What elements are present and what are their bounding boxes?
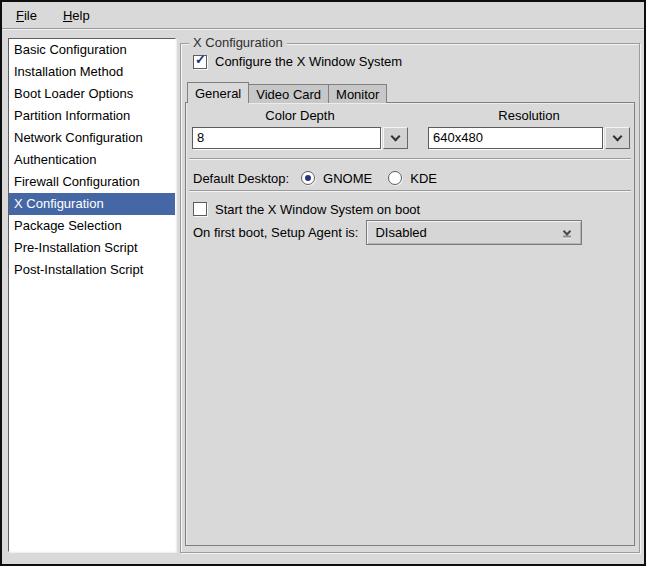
sidebar-item-network-configuration[interactable]: Network Configuration [9,127,175,149]
sidebar-item-x-configuration[interactable]: X Configuration [9,193,175,215]
default-desktop-row: Default Desktop: GNOME KDE [193,166,437,190]
gnome-radio-label: GNOME [323,171,372,186]
menu-file[interactable]: File [10,5,43,26]
chevron-down-icon [391,131,401,141]
tab-general[interactable]: General [187,82,249,103]
sidebar-item-firewall-configuration[interactable]: Firewall Configuration [9,171,175,193]
resolution-entry[interactable]: 640x480 [428,127,603,149]
sidebar-item-installation-method[interactable]: Installation Method [9,61,175,83]
configure-x-label: Configure the X Window System [215,54,402,69]
setup-agent-value: DIsabled [375,225,426,240]
sidebar-item-pre-installation-script[interactable]: Pre-Installation Script [9,237,175,259]
resolution-label: Resolution [428,108,630,123]
menu-bar: File Help [2,2,644,29]
color-depth-entry[interactable]: 8 [192,127,381,149]
chevron-down-icon [613,131,623,141]
kde-radio-label: KDE [410,171,437,186]
separator [189,158,631,160]
configure-x-checkbox[interactable]: ✓ [193,55,207,69]
general-tab-page: Color Depth Resolution 8 640x480 Default… [185,102,635,546]
gnome-radio[interactable] [301,171,315,185]
menu-help[interactable]: Help [57,5,96,26]
sidebar-item-post-installation-script[interactable]: Post-Installation Script [9,259,175,281]
sidebar-item-boot-loader-options[interactable]: Boot Loader Options [9,83,175,105]
sidebar-item-basic-configuration[interactable]: Basic Configuration [9,39,175,61]
kde-radio[interactable] [388,171,402,185]
tab-bar: General Video Card Monitor [187,82,386,103]
start-x-on-boot-checkbox[interactable] [193,202,207,216]
resolution-dropdown-button[interactable] [605,127,630,149]
separator [189,190,631,192]
color-depth-label: Color Depth [192,108,408,123]
frame-title: X Configuration [189,35,287,50]
x-configuration-frame: X Configuration ✓ Configure the X Window… [180,43,640,553]
option-menu-indicator-icon [563,228,571,237]
category-list: Basic Configuration Installation Method … [8,38,176,552]
setup-agent-dropdown[interactable]: DIsabled [366,220,582,245]
default-desktop-label: Default Desktop: [193,171,289,186]
tab-monitor[interactable]: Monitor [328,84,387,103]
resolution-combo: 640x480 [428,127,630,149]
tab-video-card[interactable]: Video Card [248,84,329,103]
start-x-on-boot-row: Start the X Window System on boot [193,198,420,220]
sidebar-item-package-selection[interactable]: Package Selection [9,215,175,237]
checkmark-icon: ✓ [195,53,206,67]
start-x-on-boot-label: Start the X Window System on boot [215,202,420,217]
color-depth-dropdown-button[interactable] [383,127,408,149]
setup-agent-row: On first boot, Setup Agent is: DIsabled [193,219,582,246]
color-depth-combo: 8 [192,127,408,149]
configure-x-row: ✓ Configure the X Window System [193,54,402,69]
sidebar-item-authentication[interactable]: Authentication [9,149,175,171]
sidebar-item-partition-information[interactable]: Partition Information [9,105,175,127]
kickstart-configurator-window: File Help Basic Configuration Installati… [0,0,646,566]
setup-agent-label: On first boot, Setup Agent is: [193,225,358,240]
